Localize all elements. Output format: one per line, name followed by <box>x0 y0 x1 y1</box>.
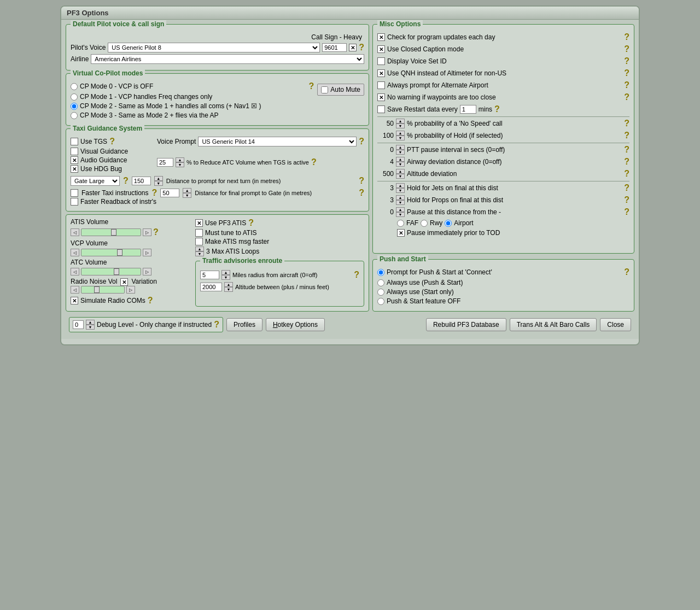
atis-loops-up[interactable]: ▲ <box>195 247 204 251</box>
gate-help[interactable]: ? <box>123 176 129 186</box>
atis-loops-down[interactable]: ▼ <box>195 251 204 256</box>
prompt-connect-radio[interactable] <box>377 269 384 276</box>
pilots-voice-help[interactable]: ? <box>359 43 364 52</box>
radio-noise-right[interactable]: ▷ <box>126 286 135 294</box>
atc-slider-track[interactable] <box>81 268 141 275</box>
hdg-bug-check[interactable]: ✕ <box>71 165 78 173</box>
alt-dev-down[interactable]: ▼ <box>396 174 405 179</box>
no-warning-help[interactable]: ? <box>624 92 629 102</box>
check-updates-check[interactable]: ✕ <box>377 33 385 41</box>
debug-value-input[interactable] <box>73 320 84 329</box>
final-up[interactable]: ▲ <box>183 188 191 193</box>
gate-select[interactable]: Gate Large <box>71 176 120 186</box>
radio-noise-handle[interactable] <box>94 286 100 293</box>
pct-reduce-help[interactable]: ? <box>311 157 317 167</box>
no-warning-check[interactable]: ✕ <box>377 93 385 101</box>
display-voice-help[interactable]: ? <box>624 56 629 66</box>
use-pf3-atis-check[interactable]: ✕ <box>195 219 203 227</box>
prob-no-speed-help[interactable]: ? <box>624 119 629 128</box>
vcp-mode3-radio[interactable] <box>71 112 78 119</box>
vcp-slider-right[interactable]: ▷ <box>143 249 151 256</box>
pause-dist-up[interactable]: ▲ <box>396 207 405 212</box>
airway-up[interactable]: ▲ <box>396 157 405 162</box>
radio-noise-track[interactable] <box>81 286 125 294</box>
final-help[interactable]: ? <box>359 188 364 198</box>
miles-up[interactable]: ▲ <box>221 270 230 275</box>
atc-slider-left[interactable]: ◁ <box>71 268 79 275</box>
faf-radio[interactable] <box>397 220 404 227</box>
simulate-radio-help[interactable]: ? <box>148 296 153 306</box>
use-pf3-atis-help[interactable]: ? <box>248 218 254 228</box>
vcp-mode1-radio[interactable] <box>71 93 78 101</box>
vcp-mode0-radio[interactable] <box>71 83 78 90</box>
altitude-dev-help[interactable]: ? <box>624 169 629 179</box>
pause-tod-check[interactable]: ✕ <box>397 229 405 237</box>
atis-slider-right[interactable]: ▷ <box>143 228 151 236</box>
alternate-airport-help[interactable]: ? <box>624 80 629 90</box>
rwy-radio[interactable] <box>421 220 428 227</box>
profiles-button[interactable]: Profiles <box>226 318 262 331</box>
dist-down[interactable]: ▼ <box>154 181 163 186</box>
hold-jets-help[interactable]: ? <box>624 183 629 193</box>
prompt-connect-help[interactable]: ? <box>624 267 629 277</box>
always-start-only-radio[interactable] <box>377 289 384 296</box>
faster-taxi-check[interactable] <box>71 189 78 197</box>
atis-slider-track[interactable] <box>81 228 141 236</box>
atc-slider-handle[interactable] <box>114 268 119 275</box>
pct-up[interactable]: ▲ <box>176 157 184 162</box>
airline-select[interactable]: American Airlines <box>91 54 364 64</box>
use-qnh-check[interactable]: ✕ <box>377 69 385 77</box>
no-speed-up[interactable]: ▲ <box>396 119 405 124</box>
atc-slider-right[interactable]: ▷ <box>143 268 151 275</box>
jets-up[interactable]: ▲ <box>396 183 405 188</box>
always-push-start-radio[interactable] <box>377 279 384 286</box>
voice-prompt-select[interactable]: US Generic Pilot 14 <box>198 137 357 146</box>
debug-down[interactable]: ▼ <box>86 325 95 330</box>
audio-guidance-check[interactable]: ✕ <box>71 156 78 164</box>
faster-taxi-help[interactable]: ? <box>152 188 158 198</box>
radio-noise-check[interactable]: ✕ <box>120 278 128 286</box>
vcp-help[interactable]: ? <box>309 81 314 91</box>
vcp-slider-track[interactable] <box>81 249 141 256</box>
save-restart-check[interactable] <box>377 105 385 113</box>
make-atis-faster-check[interactable] <box>195 238 203 245</box>
auto-mute-check[interactable] <box>321 86 328 93</box>
check-updates-help[interactable]: ? <box>624 32 629 42</box>
no-speed-down[interactable]: ▼ <box>396 124 405 128</box>
display-voice-check[interactable] <box>377 57 385 65</box>
altitude-input[interactable] <box>200 283 222 291</box>
visual-guidance-check[interactable] <box>71 148 78 155</box>
pct-down[interactable]: ▼ <box>176 162 184 167</box>
distance-prompt-input[interactable] <box>132 177 151 185</box>
final-down[interactable]: ▼ <box>183 193 191 198</box>
debug-help[interactable]: ? <box>214 320 219 330</box>
use-tgs-help[interactable]: ? <box>109 137 115 146</box>
prob-hold-help[interactable]: ? <box>624 131 629 140</box>
vcp-slider-left[interactable]: ◁ <box>71 249 79 256</box>
hold-up[interactable]: ▲ <box>396 131 405 136</box>
airway-dev-help[interactable]: ? <box>624 157 629 167</box>
close-button[interactable]: Close <box>600 318 631 331</box>
save-restart-help[interactable]: ? <box>494 104 500 114</box>
radio-noise-left[interactable]: ◁ <box>71 286 79 294</box>
save-restart-input[interactable] <box>460 105 476 114</box>
auto-mute-btn[interactable]: Auto Mute <box>317 84 364 96</box>
props-down[interactable]: ▼ <box>396 200 405 205</box>
trans-alt-button[interactable]: Trans Alt & Alt Baro Calls <box>510 318 597 331</box>
ptt-up[interactable]: ▲ <box>396 145 405 150</box>
miles-down[interactable]: ▼ <box>221 275 230 280</box>
closed-caption-help[interactable]: ? <box>624 44 629 54</box>
ptt-down[interactable]: ▼ <box>396 150 405 155</box>
debug-up[interactable]: ▲ <box>86 320 95 325</box>
hotkey-button[interactable]: Hotkey Options <box>266 318 325 331</box>
voice-prompt-help[interactable]: ? <box>359 137 364 146</box>
feature-off-radio[interactable] <box>377 298 384 305</box>
miles-radius-input[interactable] <box>200 271 219 279</box>
altitude-down[interactable]: ▼ <box>224 287 233 292</box>
simulate-radio-check[interactable]: ✕ <box>71 297 78 304</box>
vcp-mode2-radio[interactable] <box>71 103 78 110</box>
must-tune-atis-check[interactable] <box>195 229 203 237</box>
jets-down[interactable]: ▼ <box>396 188 405 193</box>
use-qnh-help[interactable]: ? <box>624 68 629 78</box>
airway-down[interactable]: ▼ <box>396 162 405 167</box>
